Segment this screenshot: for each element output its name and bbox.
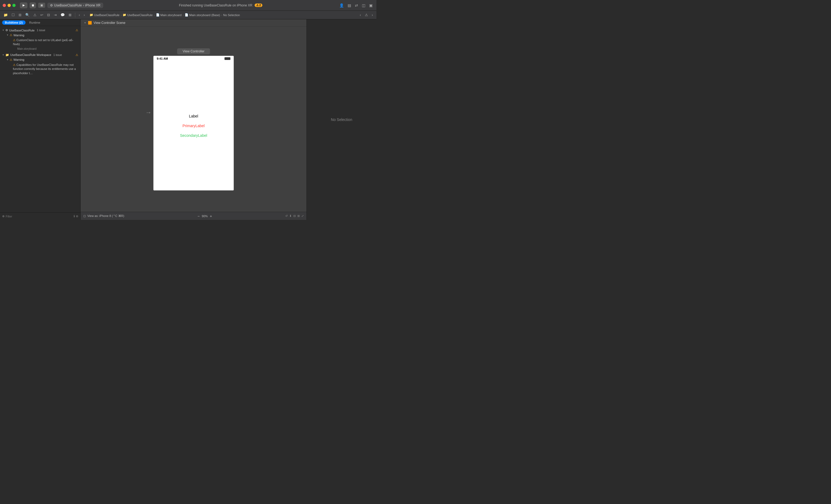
center-panel: ▼ 🟧 View Controller Scene → View Control… (81, 19, 307, 220)
zoom-bar: ◻ View as: iPhone 8 (⌃C ⌘R) − 90% + ↺ ⬇ … (81, 212, 307, 220)
breadcrumb-sep-3: › (182, 13, 183, 17)
issue-group-header-2[interactable]: ▼ 📁 UseBaseClassRule Workspace 1 issue ⚠ (0, 52, 80, 58)
filter-action-1[interactable]: ℹ (74, 214, 75, 218)
zoom-in-button[interactable]: + (210, 214, 212, 218)
project-name-1: UseBaseClassRule (9, 29, 35, 32)
break-icon[interactable]: ⊠ (67, 12, 73, 18)
label-primary: PrimaryLabel (182, 124, 205, 128)
status-message-area: Finished running UseBaseClassRule on iPh… (105, 3, 336, 7)
forward-back-icon[interactable]: ⇄ (354, 3, 359, 8)
stop-button[interactable]: ◼ (30, 2, 36, 8)
download-icon[interactable]: ⬇ (289, 214, 292, 218)
split-left-icon[interactable]: ◫ (361, 3, 367, 8)
arrow-connector: → (145, 109, 152, 116)
chevron-right-icon: › (83, 3, 84, 7)
project-name-2: UseBaseClassRule Workspace (10, 53, 51, 56)
filter-bar: ⊕ ℹ ⊖ (0, 212, 80, 220)
issue-file-1: Main.storyboard (4, 47, 80, 51)
warning-badge[interactable]: ⚠ 2 (255, 3, 262, 7)
filter-action-2[interactable]: ⊖ (76, 214, 78, 218)
issue-item-2[interactable]: ⚠ Capabilities for UseBaseClassRule may … (4, 62, 80, 76)
comment-icon[interactable]: 💬 (59, 12, 66, 18)
grid-icon[interactable]: ⊟ (46, 12, 51, 18)
warn-nav-icon[interactable]: ⚠ (364, 12, 369, 18)
sub-collapse-icon-1: ▼ (6, 34, 9, 36)
tab-runtime[interactable]: Runtime (27, 21, 43, 25)
warning-label-1: Warning (13, 34, 25, 37)
grid-view-icon[interactable]: ⊟ (293, 214, 296, 218)
minimize-button[interactable] (7, 4, 11, 7)
issue-subgroup-1: ▼ ⚠ Warning ⚠ CustomClass is not set to … (0, 33, 80, 51)
breadcrumb-item-5[interactable]: No Selection (223, 13, 240, 17)
search-icon[interactable]: 🔍 (24, 12, 31, 18)
sub-warn-icon-1: ⚠ (10, 33, 12, 37)
battery-icon (225, 57, 230, 60)
split-right-icon[interactable]: ▣ (368, 3, 374, 8)
breadcrumb-label-3: Main.storyboard (161, 13, 182, 17)
warning-icon[interactable]: ⚠ (32, 12, 38, 18)
run-button[interactable]: ▶ (20, 2, 27, 8)
maximize-button[interactable] (12, 4, 16, 7)
zoom-bar-left: ◻ View as: iPhone 8 (⌃C ⌘R) (83, 214, 124, 218)
status-text: Finished running UseBaseClassRule on iPh… (179, 3, 253, 7)
resize-icon[interactable]: ⊞ (297, 214, 300, 218)
right-panel: No Selection (307, 19, 376, 220)
checkbox-icon[interactable]: ☐ (10, 12, 16, 18)
issue-group-header-1[interactable]: ▼ ⚙ UseBaseClassRule 1 issue ⚠ (0, 28, 80, 33)
filter-icon: ⊕ (2, 214, 5, 218)
tab-buildtime[interactable]: Buildtime (2) (2, 21, 26, 25)
warn-badge-2: ⚠ (76, 53, 78, 57)
collapse-icon-2: ▼ (2, 54, 4, 56)
scene-icon: 🟧 (88, 21, 92, 25)
square-icon[interactable]: ▣ (38, 3, 45, 8)
account-icon[interactable]: 👤 (338, 3, 345, 8)
expand-icon[interactable]: ⤢ (302, 214, 304, 218)
nav-back-icon[interactable]: ‹ (359, 12, 362, 18)
zoom-out-button[interactable]: − (197, 214, 199, 218)
close-button[interactable] (3, 4, 6, 7)
layout-icon[interactable]: ▤ (347, 3, 352, 8)
issue-item-1[interactable]: ⚠ CustomClass is not set to UILabel (peE… (4, 37, 80, 47)
warning-header-1[interactable]: ▼ ⚠ Warning (4, 33, 80, 37)
forward-icon[interactable]: › (82, 12, 86, 18)
breadcrumb-item-1[interactable]: 📁 UseBaseClassRule (89, 13, 120, 17)
item-warn-icon-2: ⚠ (13, 63, 17, 66)
filter-input[interactable] (6, 215, 73, 218)
breadcrumb-right: ‹ ⚠ › (359, 12, 374, 18)
refresh-icon[interactable]: ↺ (285, 214, 288, 218)
scheme-selector[interactable]: ⚙ UseBaseClassRule › iPhone XR (47, 3, 103, 8)
warning-header-2[interactable]: ▼ ⚠ Warning (4, 58, 80, 62)
folder-icon[interactable]: 📁 (2, 12, 9, 18)
folder-icon-1: 📁 (89, 13, 93, 17)
breadcrumb-label-2: UseBaseClassRule (127, 13, 153, 17)
view-as-label: View as: iPhone 8 (⌃C ⌘R) (87, 214, 124, 218)
warn-badge-1: ⚠ (76, 29, 78, 32)
indent-icon[interactable]: ⇥ (52, 12, 58, 18)
label-default: Label (189, 114, 198, 118)
device-frame-icon[interactable]: ◻ (83, 214, 86, 218)
label-secondary: SecondaryLabel (180, 133, 207, 138)
undo-icon[interactable]: ↩ (39, 12, 45, 18)
project-icon-1: ⚙ (5, 29, 8, 32)
folder-icon-2: 📁 (123, 13, 126, 17)
breadcrumb-item-2[interactable]: 📁 UseBaseClassRule (123, 13, 153, 17)
issue-count-2: 1 issue (54, 54, 62, 56)
nav-forward-icon[interactable]: › (370, 12, 374, 18)
breadcrumb-item-3[interactable]: 📄 Main.storyboard (156, 13, 182, 17)
sub-collapse-icon-2: ▼ (6, 59, 9, 61)
no-selection-label: No Selection (331, 117, 352, 122)
diff-icon[interactable]: ⊞ (17, 12, 23, 18)
issue-group-2: ▼ 📁 UseBaseClassRule Workspace 1 issue ⚠… (0, 52, 80, 77)
project-icon-2: 📁 (5, 53, 9, 57)
item-warn-icon-1: ⚠ (13, 38, 17, 42)
iphone-frame: 9:41 AM Label PrimaryLabel SecondaryLabe… (153, 56, 234, 190)
sub-warn-icon-2: ⚠ (10, 58, 12, 62)
warning-label-2: Warning (13, 58, 25, 61)
title-bar: ▶ ◼ ▣ ⚙ UseBaseClassRule › iPhone XR Fin… (0, 0, 376, 11)
canvas-area: → View Controller 9:41 AM Label PrimaryL… (81, 27, 307, 212)
zoom-bar-right: ↺ ⬇ ⊟ ⊞ ⤢ (285, 214, 304, 218)
breadcrumb-item-4[interactable]: 📄 Main.storyboard (Base) (185, 13, 220, 17)
scheme-name: UseBaseClassRule (54, 3, 82, 7)
back-icon[interactable]: ‹ (78, 12, 81, 18)
scene-triangle: ▼ (84, 22, 86, 24)
